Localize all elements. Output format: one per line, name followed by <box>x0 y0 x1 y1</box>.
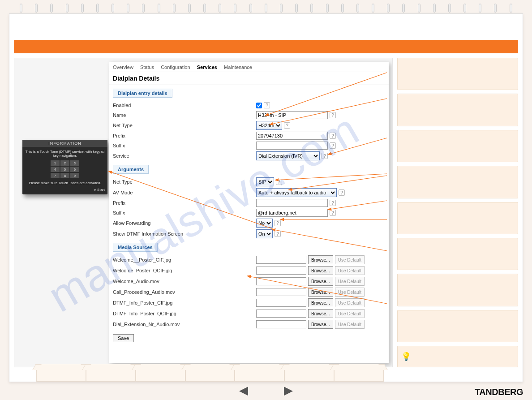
media-row: Welcome_Audio.movBrowse...Use Default <box>109 276 389 287</box>
label-show-dtmf: Show DTMF Information Screen <box>113 231 256 237</box>
media-row: DTMF_Info_Poster_CIF.jpgBrowse...Use Def… <box>109 297 389 308</box>
side-card-5 <box>397 202 518 234</box>
tab-configuration[interactable]: Configuration <box>161 65 190 70</box>
section-entry-details: Dialplan entry details <box>113 89 172 98</box>
next-page-icon[interactable]: ▶ <box>284 383 293 397</box>
page-title: Dialplan Details <box>109 72 389 85</box>
media-row: Welcome_Poster_QCIF.jpgBrowse...Use Defa… <box>109 265 389 276</box>
av-mode-select[interactable]: Auto + always fallback to audio <box>256 188 337 197</box>
use-default-button[interactable]: Use Default <box>335 255 365 264</box>
label-av-mode: AV Mode <box>113 190 256 195</box>
allow-forwarding-select[interactable]: No <box>256 219 273 228</box>
side-card-3 <box>397 130 518 162</box>
media-label: Dial_Extension_Nr_Audio.mov <box>113 322 256 327</box>
use-default-button[interactable]: Use Default <box>335 309 365 318</box>
bottom-tab[interactable] <box>235 364 284 382</box>
media-path-input[interactable] <box>256 256 306 264</box>
info-start: ▸ Start <box>94 188 105 192</box>
side-card-1 <box>397 58 518 90</box>
label-net-type: Net Type <box>113 123 256 128</box>
label-arg-prefix: Prefix <box>113 200 256 206</box>
tab-status[interactable]: Status <box>140 65 154 70</box>
browse-button[interactable]: Browse... <box>308 298 333 307</box>
bottom-tab[interactable] <box>284 364 334 382</box>
media-row: DTMF_Info_Poster_QCIF.jpgBrowse...Use De… <box>109 308 389 319</box>
side-card-2 <box>397 94 518 126</box>
info-title: INFORMATION <box>22 140 107 147</box>
use-default-button[interactable]: Use Default <box>335 320 365 329</box>
section-media: Media Sources <box>113 243 158 252</box>
use-default-button[interactable]: Use Default <box>335 277 365 286</box>
arg-suffix-input[interactable] <box>256 209 328 217</box>
media-row: Call_Proceeding_Audio.movBrowse...Use De… <box>109 287 389 297</box>
browse-button[interactable]: Browse... <box>308 320 333 329</box>
tab-maintenance[interactable]: Maintenance <box>224 65 252 70</box>
label-allow-forwarding: Allow Forwarding <box>113 220 256 226</box>
info-line1: This is a Touch Tone (DTMF) service, wit… <box>25 150 105 158</box>
side-card-6 <box>397 238 518 270</box>
media-path-input[interactable] <box>256 277 306 285</box>
bottom-tab[interactable] <box>136 364 185 382</box>
media-label: DTMF_Info_Poster_QCIF.jpg <box>113 311 256 316</box>
bottom-tab[interactable] <box>36 364 86 382</box>
sidebar: 💡 <box>397 58 518 367</box>
browse-button[interactable]: Browse... <box>308 277 333 286</box>
media-label: Call_Proceeding_Audio.mov <box>113 289 256 295</box>
label-arg-net-type: Net Type <box>113 179 256 185</box>
use-default-button[interactable]: Use Default <box>335 266 365 275</box>
prev-page-icon[interactable]: ◀ <box>239 383 248 397</box>
side-card-7 <box>397 274 518 306</box>
media-path-input[interactable] <box>256 320 306 328</box>
arg-net-type-select[interactable]: SIP <box>256 177 274 186</box>
tab-services[interactable]: Services <box>197 65 217 70</box>
media-label: Welcome_Poster_QCIF.jpg <box>113 268 256 273</box>
label-name: Name <box>113 112 256 118</box>
section-arguments: Arguments <box>113 165 149 174</box>
tip-card: 💡 <box>397 346 518 367</box>
media-path-input[interactable] <box>256 288 306 296</box>
main-panel: INFORMATION This is a Touch Tone (DTMF) … <box>14 58 393 367</box>
arg-prefix-input[interactable] <box>256 199 328 207</box>
pager: ◀ ▶ <box>239 383 293 397</box>
media-path-input[interactable] <box>256 310 306 318</box>
browse-button[interactable]: Browse... <box>308 288 333 297</box>
label-enabled: Enabled <box>113 103 256 108</box>
keypad-icon: 123456789 <box>25 160 105 178</box>
lightbulb-icon: 💡 <box>401 352 411 361</box>
label-prefix: Prefix <box>113 133 256 138</box>
show-dtmf-select[interactable]: On <box>256 229 273 238</box>
use-default-button[interactable]: Use Default <box>335 288 365 297</box>
browse-button[interactable]: Browse... <box>308 309 333 318</box>
media-path-input[interactable] <box>256 299 306 307</box>
bottom-tab[interactable] <box>185 364 235 382</box>
page-container: INFORMATION This is a Touch Tone (DTMF) … <box>9 13 523 382</box>
enabled-checkbox[interactable] <box>256 103 262 108</box>
info-line2: Please make sure Touch Tones are activat… <box>25 181 105 185</box>
save-button[interactable]: Save <box>113 334 134 342</box>
label-arg-suffix: Suffix <box>113 210 256 215</box>
label-service: Service <box>113 153 256 159</box>
media-row: Dial_Extension_Nr_Audio.movBrowse...Use … <box>109 319 389 330</box>
service-select[interactable]: Dial Extension (IVR) <box>256 151 320 160</box>
use-default-button[interactable]: Use Default <box>335 298 365 307</box>
bottom-tab[interactable] <box>86 364 136 382</box>
admin-tabs: Overview Status Configuration Services M… <box>109 62 389 72</box>
net-type-select[interactable]: H324m <box>256 121 282 130</box>
name-input[interactable] <box>256 111 328 119</box>
browse-button[interactable]: Browse... <box>308 255 333 264</box>
media-label: Welcome_Audio.mov <box>113 279 256 284</box>
tab-overview[interactable]: Overview <box>113 65 133 70</box>
media-label: Welcome__Poster_CIF.jpg <box>113 257 256 262</box>
browse-button[interactable]: Browse... <box>308 266 333 275</box>
notebook-binding <box>0 4 532 13</box>
help-icon[interactable]: ? <box>264 102 270 108</box>
suffix-input[interactable] <box>256 142 328 150</box>
admin-screenshot: Overview Status Configuration Services M… <box>109 62 389 363</box>
label-suffix: Suffix <box>113 143 256 148</box>
dtmf-info-box: INFORMATION This is a Touch Tone (DTMF) … <box>22 140 107 194</box>
brand-logo: TANDBERG <box>475 387 523 397</box>
prefix-input[interactable] <box>256 132 328 140</box>
side-card-8 <box>397 310 518 342</box>
media-path-input[interactable] <box>256 267 306 275</box>
bottom-tab[interactable] <box>334 364 384 382</box>
